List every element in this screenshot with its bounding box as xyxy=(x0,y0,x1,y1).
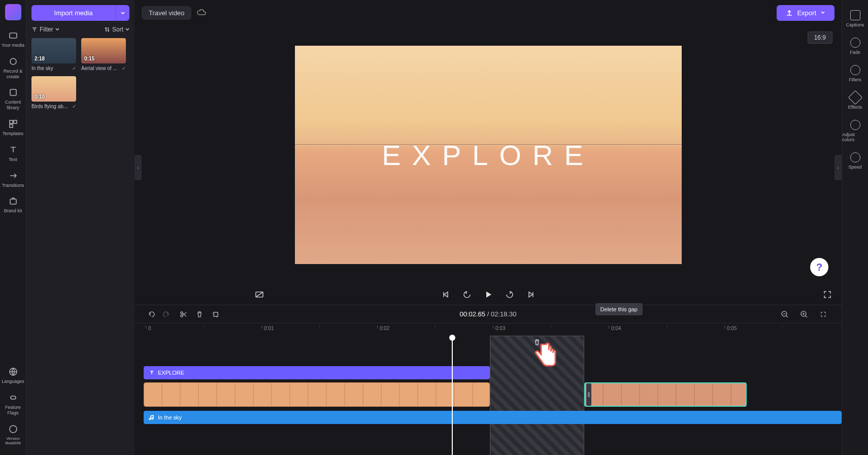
media-thumbnail[interactable]: 0:15 xyxy=(81,38,126,63)
media-thumbnail[interactable]: 2:18 xyxy=(31,38,76,63)
ruler-tick: 0:04 xyxy=(609,326,621,329)
crop-button[interactable] xyxy=(209,307,223,321)
timeline-toolbar: 00:02.65 / 02:18.30 Delete this gap xyxy=(135,305,842,323)
media-duration: 2:18 xyxy=(35,56,45,61)
import-media-button[interactable]: Import media xyxy=(31,5,115,21)
fullscreen-button[interactable] xyxy=(822,289,832,300)
zoom-fit-icon xyxy=(819,310,827,318)
video-clip-1[interactable] xyxy=(144,382,490,407)
sort-dropdown[interactable]: Sort xyxy=(104,26,129,33)
nav-label: Transitions xyxy=(2,183,24,188)
safe-zones-toggle[interactable] xyxy=(254,289,264,300)
prop-speed[interactable]: Speed xyxy=(842,147,868,175)
nav-label: Feature Flags xyxy=(1,405,25,416)
prop-adjust-colors[interactable]: Adjust colors xyxy=(842,115,868,147)
delete-button[interactable] xyxy=(192,307,207,321)
audio-clip[interactable]: In the sky xyxy=(144,411,842,424)
prop-effects[interactable]: Effects xyxy=(842,87,868,115)
cloud-sync-icon[interactable] xyxy=(196,8,207,18)
nav-your-media[interactable]: Your media xyxy=(0,26,26,52)
svg-point-9 xyxy=(10,426,17,433)
ruler-tick: 0:01 xyxy=(261,326,274,329)
time-readout: 00:02.65 / 02:18.30 xyxy=(459,310,516,318)
timeline-gap[interactable] xyxy=(490,336,584,455)
zoom-out-button[interactable] xyxy=(778,307,792,321)
filters-icon xyxy=(850,65,860,75)
forward-icon xyxy=(505,290,514,299)
nav-record-create[interactable]: Record & create xyxy=(0,52,26,84)
nav-version[interactable]: Version 9ba8658 xyxy=(0,420,26,450)
check-icon: ✓ xyxy=(122,66,126,71)
help-button[interactable]: ? xyxy=(810,258,828,276)
redo-button[interactable] xyxy=(160,307,174,321)
preview-canvas[interactable]: EXPLORE xyxy=(295,46,682,264)
time-sep: / xyxy=(485,310,491,318)
media-name: Birds flying ab... xyxy=(31,104,68,109)
prop-captions[interactable]: Captions xyxy=(842,5,868,32)
nav-label: Text xyxy=(9,157,17,162)
timeline-ruler[interactable]: 00:010:020:030:040:05 xyxy=(135,323,842,336)
prop-label: Adjust colors xyxy=(842,132,868,142)
svg-rect-3 xyxy=(10,120,13,123)
app-logo[interactable] xyxy=(5,4,21,20)
nav-languages[interactable]: Languages xyxy=(0,363,26,388)
media-name: In the sky xyxy=(31,66,53,71)
skip-back-button[interactable] xyxy=(441,289,451,300)
text-clip[interactable]: EXPLORE xyxy=(144,366,490,379)
prop-label: Speed xyxy=(848,165,861,170)
nav-content-library[interactable]: Content library xyxy=(0,83,26,115)
video-clip-2[interactable] xyxy=(584,382,747,407)
nav-templates[interactable]: Templates xyxy=(0,115,26,141)
project-title[interactable]: Travel video xyxy=(142,6,191,20)
svg-point-11 xyxy=(181,312,183,314)
delete-gap-button[interactable] xyxy=(533,338,541,348)
redo-icon xyxy=(163,310,171,318)
media-duration: 0:15 xyxy=(84,56,94,61)
filter-dropdown[interactable]: Filter xyxy=(31,26,59,33)
media-card[interactable]: 2:18 In the sky ✓ xyxy=(31,38,76,71)
collapse-right-panel[interactable]: › xyxy=(834,155,842,180)
templates-icon xyxy=(8,119,18,129)
media-duration: 0:10 xyxy=(35,94,45,100)
media-card[interactable]: 0:10 Birds flying ab... ✓ xyxy=(31,76,76,109)
prop-filters[interactable]: Filters xyxy=(842,60,868,87)
undo-button[interactable] xyxy=(144,307,158,321)
globe-icon xyxy=(8,367,18,377)
nav-label: Languages xyxy=(2,379,24,384)
chevron-down-icon xyxy=(125,27,129,31)
aspect-ratio-button[interactable]: 16:9 xyxy=(808,31,832,44)
nav-transitions[interactable]: Transitions xyxy=(0,167,26,192)
forward-button[interactable] xyxy=(505,289,515,300)
skip-forward-button[interactable] xyxy=(526,289,536,300)
media-grid: 2:18 In the sky ✓ 0:15 Aerial view of ..… xyxy=(31,38,129,109)
playhead[interactable] xyxy=(452,336,453,455)
timeline-tracks: EXPLORE In the sky xyxy=(135,336,842,455)
check-icon: ✓ xyxy=(72,104,76,109)
grip-icon xyxy=(587,391,590,398)
export-label: Export xyxy=(797,9,816,17)
svg-rect-4 xyxy=(14,120,17,123)
play-button[interactable] xyxy=(483,289,493,300)
export-button[interactable]: Export xyxy=(777,5,834,21)
import-media-dropdown[interactable] xyxy=(115,5,129,21)
nav-brand-kit[interactable]: Brand kit xyxy=(0,192,26,218)
skip-forward-icon xyxy=(527,290,535,299)
rewind-button[interactable] xyxy=(462,289,472,300)
skip-back-icon xyxy=(442,290,450,299)
preview-area: ‹ EXPLORE 16:9 › ? xyxy=(135,25,842,284)
media-card[interactable]: 0:15 Aerial view of ... ✓ xyxy=(81,38,126,71)
nav-text[interactable]: Text xyxy=(0,141,26,167)
nav-label: Version 9ba8658 xyxy=(1,436,25,446)
collapse-left-panel[interactable]: ‹ xyxy=(135,155,142,180)
split-button[interactable] xyxy=(176,307,190,321)
zoom-in-button[interactable] xyxy=(797,307,811,321)
crop-icon xyxy=(212,310,220,318)
nav-feature-flags[interactable]: Feature Flags xyxy=(0,388,26,420)
timeline[interactable]: 00:010:020:030:040:05 EXPLORE In the sky xyxy=(135,323,842,455)
clip-trim-handle[interactable] xyxy=(586,383,591,406)
zoom-fit-button[interactable] xyxy=(816,307,830,321)
prop-fade[interactable]: Fade xyxy=(842,32,868,60)
play-icon xyxy=(483,289,493,300)
speed-icon xyxy=(850,152,860,162)
media-thumbnail[interactable]: 0:10 xyxy=(31,76,76,102)
